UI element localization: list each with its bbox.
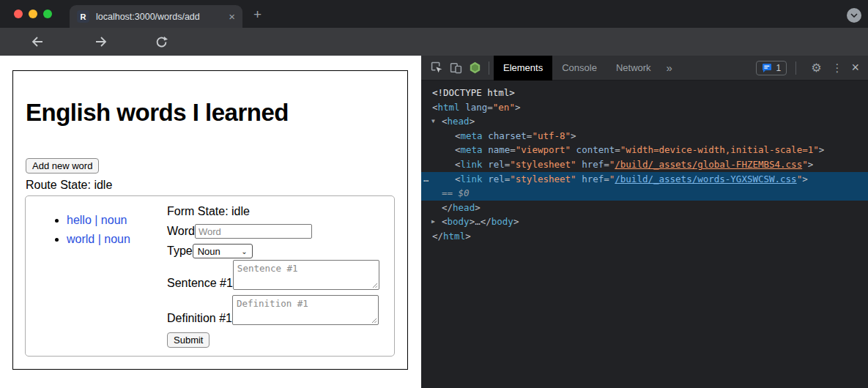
- definition-label: Definition #1: [167, 312, 232, 325]
- app-frame: English words I learned Add new word Rou…: [12, 70, 408, 370]
- browser-window: R localhost:3000/words/add × + localhost…: [0, 0, 868, 388]
- browser-toolbar: localhost:3000/words/add ☆ Incognito ⋮: [0, 28, 868, 56]
- definition-textarea[interactable]: [232, 295, 379, 325]
- toolbar-divider: [795, 61, 796, 75]
- word-label: Word: [167, 225, 195, 238]
- route-state-text: Route State: idle: [26, 179, 112, 192]
- words-list: hello | nounworld | noun: [26, 214, 167, 246]
- nodejs-icon[interactable]: [465, 59, 484, 78]
- code-line[interactable]: …<link rel="stylesheet" href="/build/_as…: [421, 172, 868, 187]
- devtools-tabs: ElementsConsoleNetwork: [494, 56, 661, 81]
- devtools-tab-console[interactable]: Console: [552, 56, 607, 81]
- add-new-word-button[interactable]: Add new word: [26, 158, 99, 174]
- word-list-item: world | noun: [67, 233, 167, 246]
- expand-arrow-icon[interactable]: ▼: [431, 114, 435, 129]
- word-list-item: hello | noun: [67, 214, 167, 227]
- page-viewport: English words I learned Add new word Rou…: [0, 56, 421, 388]
- code-line[interactable]: <meta charset="utf-8">: [421, 129, 868, 143]
- fullscreen-window-button[interactable]: [43, 10, 52, 18]
- toolbar-divider: [489, 61, 489, 75]
- code-line[interactable]: <!DOCTYPE html>: [421, 86, 868, 100]
- collapse-arrow-icon[interactable]: ▶: [431, 214, 435, 229]
- reload-icon: [155, 36, 168, 48]
- type-select[interactable]: Noun ⌄: [193, 244, 253, 258]
- devtools-panel: ElementsConsoleNetwork » 1 ⚙ ⋮ × <!DOCTY…: [421, 56, 868, 388]
- forward-button[interactable]: [94, 36, 108, 48]
- code-line[interactable]: <html lang="en">: [421, 100, 868, 115]
- tab-close-icon[interactable]: ×: [229, 11, 235, 22]
- code-line[interactable]: == $0: [421, 186, 868, 201]
- code-line[interactable]: <meta name="viewport" content="width=dev…: [421, 143, 868, 157]
- tab-title: localhost:3000/words/add: [96, 12, 223, 22]
- devtools-menu-button[interactable]: ⋮: [831, 61, 842, 75]
- code-line[interactable]: <link rel="stylesheet" href="/build/_ass…: [421, 157, 868, 172]
- resize-grip-icon[interactable]: [372, 283, 378, 288]
- issues-count: 1: [776, 63, 781, 73]
- settings-gear-icon[interactable]: ⚙: [811, 61, 821, 75]
- type-select-value: Noun: [198, 246, 220, 257]
- word-input[interactable]: [195, 224, 312, 239]
- devtools-close-button[interactable]: ×: [851, 60, 859, 75]
- devtools-toolbar: ElementsConsoleNetwork » 1 ⚙ ⋮ ×: [421, 56, 868, 81]
- add-word-form: Form State: idle Word Type Noun ⌄ Senten…: [167, 196, 394, 356]
- devtools-tab-network[interactable]: Network: [607, 56, 661, 81]
- new-tab-button[interactable]: +: [253, 7, 261, 21]
- code-line[interactable]: ▶<body>…</body>: [421, 214, 868, 229]
- inspect-cursor-icon: [431, 61, 443, 74]
- chevron-down-icon: [850, 13, 858, 18]
- close-window-button[interactable]: [14, 10, 23, 18]
- code-line[interactable]: </head>: [421, 201, 868, 215]
- more-tabs-button[interactable]: »: [661, 56, 678, 81]
- reload-button[interactable]: [155, 36, 168, 48]
- page-title: English words I learned: [26, 99, 289, 127]
- word-link[interactable]: hello | noun: [67, 214, 127, 226]
- device-icon: [450, 61, 462, 74]
- sentence-textarea[interactable]: [233, 260, 379, 290]
- words-column: hello | nounworld | noun: [26, 196, 167, 356]
- type-label: Type: [167, 245, 193, 258]
- submit-button[interactable]: Submit: [167, 332, 209, 348]
- remix-favicon-icon: R: [77, 10, 89, 23]
- devtools-code: <!DOCTYPE html><html lang="en">▼<head><m…: [421, 81, 868, 244]
- resize-grip-icon[interactable]: [371, 318, 377, 324]
- sentence-label: Sentence #1: [167, 277, 233, 290]
- forward-arrow-icon: [94, 36, 108, 48]
- inspect-element-button[interactable]: [427, 59, 446, 78]
- tab-search-button[interactable]: [847, 8, 861, 23]
- minimize-window-button[interactable]: [29, 10, 37, 18]
- browser-tab[interactable]: R localhost:3000/words/add ×: [70, 5, 242, 28]
- word-link[interactable]: world | noun: [67, 233, 130, 245]
- back-arrow-icon: [31, 36, 44, 48]
- form-state-text: Form State: idle: [167, 205, 250, 218]
- issues-message-icon: [762, 63, 772, 73]
- device-toolbar-button[interactable]: [446, 59, 465, 78]
- overflow-ellipsis: …: [423, 172, 428, 187]
- issues-badge[interactable]: 1: [756, 61, 787, 75]
- words-panel: hello | nounworld | noun Form State: idl…: [25, 195, 395, 357]
- back-button[interactable]: [31, 36, 44, 48]
- node-hexagon-icon: [469, 61, 481, 74]
- devtools-tab-elements[interactable]: Elements: [494, 56, 552, 81]
- tab-strip: R localhost:3000/words/add × +: [0, 0, 868, 28]
- window-controls: [14, 10, 52, 18]
- code-line[interactable]: </html>: [421, 229, 868, 244]
- chevron-down-icon: ⌄: [241, 247, 247, 255]
- code-line[interactable]: ▼<head>: [421, 114, 868, 129]
